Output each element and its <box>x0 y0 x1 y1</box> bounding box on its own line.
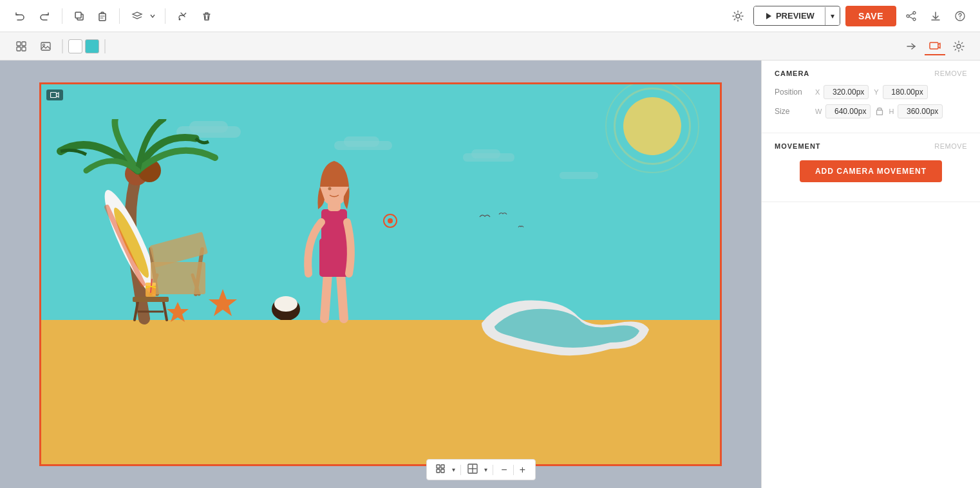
position-y-value[interactable]: 180.00px <box>883 85 928 99</box>
position-x-value[interactable]: 320.00px <box>824 85 869 99</box>
size-w-value[interactable]: 640.00px <box>825 104 871 118</box>
share-icon-button[interactable] <box>901 6 921 26</box>
zoom-plus-button[interactable]: + <box>515 462 530 478</box>
starfish-1 <box>209 288 238 319</box>
undo-button[interactable] <box>10 6 30 26</box>
beach-scene <box>39 82 722 466</box>
camera-remove-link[interactable]: REMOVE <box>934 70 967 77</box>
delete-button[interactable] <box>198 7 216 25</box>
preview-button[interactable]: PREVIEW <box>754 6 825 25</box>
svg-rect-1 <box>75 12 81 18</box>
size-h-group: H 360.00px <box>889 104 943 118</box>
bottom-controls: ▾ ▾ − + <box>426 459 536 480</box>
w-label: W <box>815 108 822 115</box>
pool-shape <box>475 285 655 364</box>
svg-point-60 <box>388 218 393 223</box>
bird-2 <box>498 207 507 218</box>
second-toolbar-right <box>900 37 970 55</box>
svg-rect-51 <box>321 209 347 241</box>
sun <box>623 97 681 155</box>
grid-view-chevron[interactable]: ▾ <box>482 464 489 475</box>
size-w-group: W 640.00px <box>815 104 871 118</box>
lock-icon[interactable] <box>876 106 883 117</box>
cloud-3 <box>460 149 518 165</box>
white-color-swatch[interactable] <box>68 39 82 53</box>
svg-rect-29 <box>560 172 598 179</box>
fit-view-chevron[interactable]: ▾ <box>450 464 457 475</box>
h-label: H <box>889 108 894 115</box>
starfish-2 <box>167 301 189 326</box>
position-x-group: X 320.00px <box>815 85 869 99</box>
position-label: Position <box>775 88 810 97</box>
svg-rect-68 <box>877 110 883 115</box>
preview-dropdown-button[interactable]: ▾ <box>825 7 840 25</box>
paste-button[interactable] <box>93 7 111 25</box>
second-toolbar <box>0 32 980 61</box>
redo-button[interactable] <box>35 6 54 26</box>
zoom-divider-2 <box>493 465 493 475</box>
size-row: Size W 640.00px H 360.00px <box>775 104 967 118</box>
preview-label: PREVIEW <box>776 11 815 21</box>
svg-rect-17 <box>41 42 50 50</box>
size-h-value[interactable]: 360.00px <box>898 104 943 118</box>
copy-button[interactable] <box>70 7 88 25</box>
drink-on-table <box>131 276 170 324</box>
svg-marker-58 <box>167 302 189 322</box>
svg-point-4 <box>736 14 740 18</box>
girl-figure <box>292 145 370 328</box>
crosshair-target <box>382 213 398 231</box>
position-y-group: Y 180.00px <box>874 85 927 99</box>
svg-marker-5 <box>766 13 771 19</box>
teal-color-swatch[interactable] <box>85 39 99 53</box>
svg-rect-28 <box>471 149 500 158</box>
zoom-minus-button[interactable]: − <box>496 462 511 478</box>
position-row: Position X 320.00px Y 180.00px <box>775 85 967 99</box>
camera-section-title: CAMERA <box>775 70 809 77</box>
svg-point-56 <box>274 296 297 312</box>
camera-indicator <box>46 89 63 100</box>
svg-rect-63 <box>437 469 440 473</box>
right-panel: CAMERA REMOVE Position X 320.00px Y 180.… <box>761 61 980 488</box>
svg-rect-44 <box>133 297 169 302</box>
svg-rect-61 <box>437 465 440 468</box>
grid-layout-button[interactable] <box>10 37 32 55</box>
layers-button[interactable] <box>127 6 147 26</box>
toolbar-right: PREVIEW ▾ SAVE <box>728 6 970 26</box>
layers-dropdown-button[interactable] <box>148 9 157 23</box>
settings-icon-button[interactable] <box>728 6 748 26</box>
bird-3 <box>518 220 524 231</box>
top-toolbar: PREVIEW ▾ SAVE <box>0 0 980 32</box>
svg-point-7 <box>907 15 909 17</box>
svg-point-8 <box>913 18 916 21</box>
grid-view-button[interactable] <box>464 462 481 478</box>
download-icon-button[interactable] <box>926 6 945 26</box>
svg-rect-46 <box>146 283 156 286</box>
svg-rect-20 <box>930 42 938 49</box>
svg-rect-14 <box>22 42 26 46</box>
divider-1 <box>62 8 62 24</box>
add-camera-movement-button[interactable]: ADD CAMERA MOVEMENT <box>800 160 942 182</box>
movement-section-header: MOVEMENT REMOVE <box>775 142 967 150</box>
zoom-divider-1 <box>460 465 461 475</box>
camera-mode-button[interactable] <box>925 37 945 55</box>
bird-1 <box>479 213 491 220</box>
svg-rect-15 <box>17 47 21 51</box>
svg-marker-57 <box>209 289 237 316</box>
svg-rect-62 <box>441 465 444 468</box>
svg-rect-22 <box>51 93 57 98</box>
canvas-area[interactable]: ▾ ▾ − + <box>0 61 761 488</box>
movement-section: MOVEMENT REMOVE ADD CAMERA MOVEMENT <box>762 133 980 202</box>
camera-section: CAMERA REMOVE Position X 320.00px Y 180.… <box>762 61 980 133</box>
save-button[interactable]: SAVE <box>845 6 896 26</box>
arrow-button[interactable] <box>900 37 922 55</box>
panel-settings-button[interactable] <box>948 37 970 55</box>
movement-section-title: MOVEMENT <box>775 142 821 150</box>
svg-point-21 <box>957 44 961 48</box>
image-button[interactable] <box>35 37 57 55</box>
paint-button[interactable] <box>173 6 193 26</box>
svg-line-41 <box>135 302 138 320</box>
fit-view-button[interactable] <box>432 462 449 478</box>
cloud-4 <box>556 168 601 182</box>
movement-remove-link[interactable]: REMOVE <box>934 142 967 150</box>
help-icon-button[interactable] <box>950 6 970 26</box>
